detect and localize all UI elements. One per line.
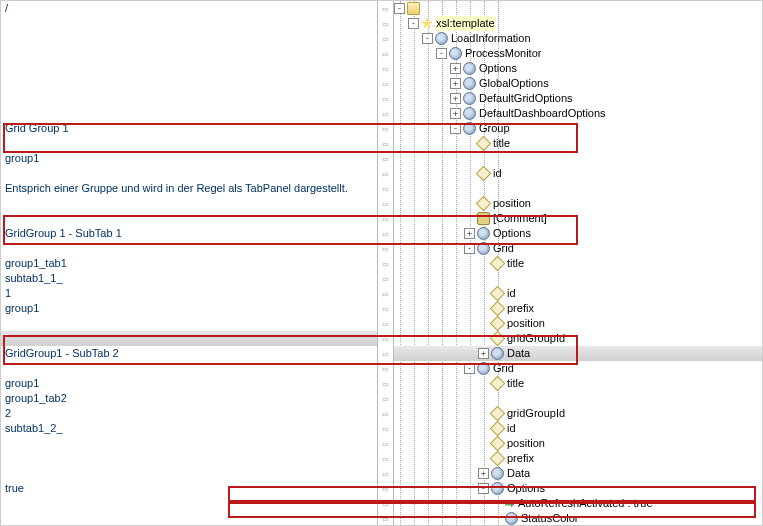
left-value-row: [1, 46, 377, 61]
collapse-icon[interactable]: -: [422, 33, 433, 44]
tree-node-label: prefix: [507, 451, 534, 466]
expand-icon[interactable]: +: [450, 93, 461, 104]
tree-node[interactable]: +Data: [394, 346, 762, 361]
expand-icon[interactable]: +: [464, 228, 475, 239]
attr-icon: [490, 421, 506, 437]
tree-node[interactable]: id: [394, 166, 762, 181]
tree-node[interactable]: id: [394, 286, 762, 301]
left-value-row: group1: [1, 151, 377, 166]
tree-node[interactable]: prefix: [394, 451, 762, 466]
left-value-row: GridGroup1 - SubTab 2: [1, 346, 377, 361]
tree-node[interactable]: gridGroupId: [394, 406, 762, 421]
left-value-row: group1: [1, 376, 377, 391]
gutter-cell: ⇔: [378, 436, 393, 451]
gutter-cell: ⇔: [378, 331, 393, 346]
tree-node[interactable]: position: [394, 196, 762, 211]
arrow-icon: [505, 499, 515, 509]
collapse-icon[interactable]: -: [478, 483, 489, 494]
tree-node-label: title: [493, 136, 510, 151]
attr-icon: [476, 136, 492, 152]
collapse-icon[interactable]: -: [436, 48, 447, 59]
tree-node[interactable]: -ProcessMonitor: [394, 46, 762, 61]
collapse-icon[interactable]: -: [464, 243, 475, 254]
collapse-icon[interactable]: -: [394, 3, 405, 14]
left-value-row: Grid Group 1: [1, 121, 377, 136]
left-value-row: Entsprich einer Gruppe und wird in der R…: [1, 181, 377, 196]
tree-node[interactable]: +GlobalOptions: [394, 76, 762, 91]
gutter-cell: ⇔: [378, 316, 393, 331]
tree-node-label: position: [493, 196, 531, 211]
tree-node[interactable]: position: [394, 316, 762, 331]
collapse-icon[interactable]: -: [464, 363, 475, 374]
el-icon: [463, 92, 476, 105]
expand-icon[interactable]: +: [450, 108, 461, 119]
left-value-row: [1, 331, 377, 346]
tree-node[interactable]: +DefaultDashboardOptions: [394, 106, 762, 121]
attr-icon: [490, 301, 506, 317]
tree-node[interactable]: -: [394, 1, 762, 16]
gutter-cell: ⇔: [378, 496, 393, 511]
gutter-cell: ⇔: [378, 211, 393, 226]
tree-node[interactable]: -Group: [394, 121, 762, 136]
gutter-panel: ⇔⇔⇔⇔⇔⇔⇔⇔⇔⇔⇔⇔⇔⇔⇔⇔⇔⇔⇔⇔⇔⇔⇔⇔⇔⇔⇔⇔⇔⇔⇔⇔⇔⇔⇔⇔⇔: [378, 1, 394, 525]
tree-node-label: Options: [493, 226, 531, 241]
tree-node[interactable]: -Grid: [394, 241, 762, 256]
left-value-row: [1, 361, 377, 376]
attr-icon: [476, 166, 492, 182]
left-value-row: subtab1_1_: [1, 271, 377, 286]
tree-node[interactable]: title: [394, 376, 762, 391]
tree-node[interactable]: [394, 151, 762, 166]
gutter-cell: ⇔: [378, 481, 393, 496]
collapse-icon[interactable]: -: [408, 18, 419, 29]
expand-icon[interactable]: +: [450, 78, 461, 89]
gutter-cell: ⇔: [378, 301, 393, 316]
gutter-cell: ⇔: [378, 391, 393, 406]
gutter-cell: ⇔: [378, 46, 393, 61]
tree-node-label: prefix: [507, 301, 534, 316]
gutter-cell: ⇔: [378, 286, 393, 301]
tree-node[interactable]: title: [394, 256, 762, 271]
tree-node[interactable]: +Options: [394, 226, 762, 241]
tree-node[interactable]: +Data: [394, 466, 762, 481]
tree-node[interactable]: [394, 181, 762, 196]
tree-node[interactable]: prefix: [394, 301, 762, 316]
tree-node[interactable]: +Options: [394, 61, 762, 76]
tree-node[interactable]: [394, 271, 762, 286]
tree-node[interactable]: [394, 391, 762, 406]
tree-node[interactable]: -Grid: [394, 361, 762, 376]
gutter-cell: ⇔: [378, 241, 393, 256]
attr-icon: [490, 316, 506, 332]
left-value-row: subtab1_2_: [1, 421, 377, 436]
tree-node[interactable]: [Comment]: [394, 211, 762, 226]
expand-icon[interactable]: +: [450, 63, 461, 74]
attr-icon: [490, 256, 506, 272]
tree-node[interactable]: position: [394, 436, 762, 451]
gutter-cell: ⇔: [378, 226, 393, 241]
tree-node-label: Grid: [493, 241, 514, 256]
tree-node-label: ProcessMonitor: [465, 46, 541, 61]
tree-node[interactable]: title: [394, 136, 762, 151]
tree-node-label: id: [507, 286, 516, 301]
tree-node[interactable]: +DefaultGridOptions: [394, 91, 762, 106]
tree-node[interactable]: -xsl:template: [394, 16, 762, 31]
tree-node[interactable]: AutoRefreshActivated : true: [394, 496, 762, 511]
attr-icon: [490, 436, 506, 452]
tree-node[interactable]: StatusColor: [394, 511, 762, 525]
el-icon: [463, 62, 476, 75]
el-icon: [491, 482, 504, 495]
left-value-row: [1, 61, 377, 76]
tree-node[interactable]: gridGroupId: [394, 331, 762, 346]
left-value-row: GridGroup 1 - SubTab 1: [1, 226, 377, 241]
tree-node[interactable]: id: [394, 421, 762, 436]
left-value-row: group1_tab1: [1, 256, 377, 271]
left-value-row: [1, 316, 377, 331]
tree-node-label: DefaultDashboardOptions: [479, 106, 606, 121]
tree-node[interactable]: -LoadInformation: [394, 31, 762, 46]
collapse-icon[interactable]: -: [450, 123, 461, 134]
gutter-cell: ⇔: [378, 421, 393, 436]
attr-icon: [490, 451, 506, 467]
expand-icon[interactable]: +: [478, 468, 489, 479]
expand-icon[interactable]: +: [478, 348, 489, 359]
tree-node-label: position: [507, 436, 545, 451]
tree-node[interactable]: -Options: [394, 481, 762, 496]
